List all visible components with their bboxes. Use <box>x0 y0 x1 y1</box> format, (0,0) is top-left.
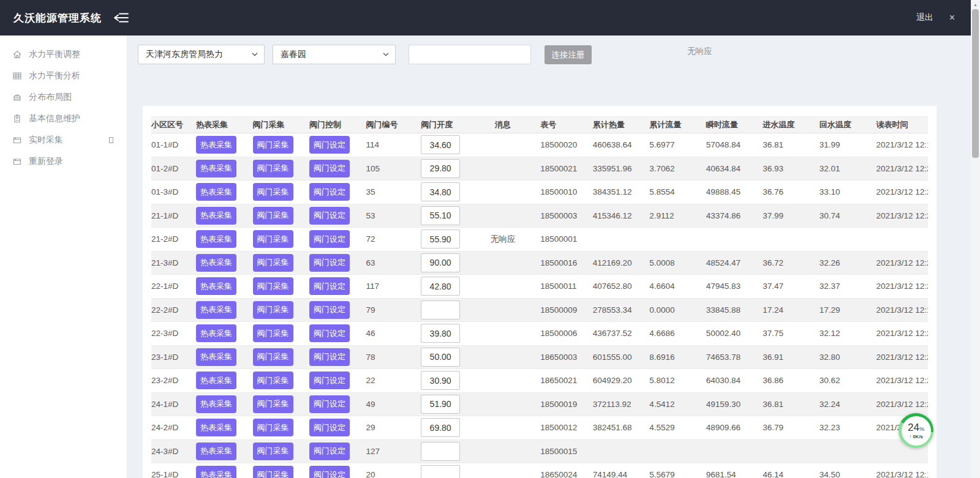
vertical-scrollbar[interactable]: ▲ <box>971 0 980 478</box>
valve-collect-button[interactable]: 阀门采集 <box>253 443 293 460</box>
sidebar-item-realtime-collection[interactable]: 实时采集 <box>0 129 127 151</box>
column-header: 热表采集 <box>191 117 248 133</box>
sidebar-item-relogin[interactable]: 重新登录 <box>0 151 127 172</box>
valve-set-button[interactable]: 阀门设定 <box>309 443 350 460</box>
close-icon[interactable]: × <box>949 13 955 23</box>
valve-set-button[interactable]: 阀门设定 <box>309 136 350 154</box>
scrollbar-up-arrow-icon[interactable]: ▲ <box>971 0 980 9</box>
valve-set-button-cell: 阀门设定 <box>304 345 361 369</box>
company-select[interactable]: 天津河东房管局热力 <box>138 45 265 64</box>
valve-set-button[interactable]: 阀门设定 <box>309 277 350 295</box>
grid-icon <box>12 71 22 81</box>
heat-collect-button[interactable]: 热表采集 <box>196 443 236 460</box>
valve-set-button[interactable]: 阀门设定 <box>309 207 350 225</box>
valve-collect-button[interactable]: 阀门采集 <box>253 372 293 389</box>
download-progress-badge[interactable]: 24% ↑ 0K/s <box>899 413 933 448</box>
connect-register-button[interactable]: 连接注册 <box>545 45 592 64</box>
valve-collect-button-cell: 阀门采集 <box>248 133 305 157</box>
heat-collect-button[interactable]: 热表采集 <box>196 160 236 177</box>
table-row: 24-1#D热表采集阀门采集阀门设定4918500019372113.924.5… <box>151 392 928 416</box>
meter-no-cell: 18500006 <box>531 322 588 346</box>
valve-opening-input[interactable] <box>421 253 460 272</box>
valve-collect-button[interactable]: 阀门采集 <box>253 419 293 436</box>
inst-flow-cell: 48524.47 <box>701 251 758 275</box>
heat-collect-button[interactable]: 热表采集 <box>196 324 236 342</box>
heat-collect-button[interactable]: 热表采集 <box>196 301 236 319</box>
valve-collect-button-cell: 阀门采集 <box>248 345 305 369</box>
valve-opening-input[interactable] <box>421 442 460 461</box>
valve-set-button[interactable]: 阀门设定 <box>309 301 350 319</box>
read-time-cell: 2021/3/12 12:23:09 <box>871 345 928 369</box>
valve-collect-button[interactable]: 阀门采集 <box>253 207 293 225</box>
home-icon <box>12 50 22 59</box>
heat-collect-button[interactable]: 热表采集 <box>196 277 236 295</box>
valve-collect-button[interactable]: 阀门采集 <box>253 395 293 413</box>
valve-collect-button[interactable]: 阀门采集 <box>253 348 293 366</box>
valve-opening-input[interactable] <box>421 159 460 178</box>
heat-collect-button[interactable]: 热表采集 <box>196 395 236 413</box>
total-heat-cell: 601555.00 <box>588 345 645 369</box>
sidebar-item-basic-info-maintenance[interactable]: 基本信息维护 <box>0 108 127 129</box>
heat-collect-button[interactable]: 热表采集 <box>196 136 236 154</box>
valve-opening-cell <box>418 392 475 416</box>
valve-opening-input[interactable] <box>421 395 460 414</box>
inst-flow-cell: 49888.45 <box>701 181 758 204</box>
valve-opening-input[interactable] <box>421 324 460 343</box>
valve-set-button[interactable]: 阀门设定 <box>309 372 350 389</box>
valve-set-button-cell: 阀门设定 <box>304 181 361 204</box>
valve-set-button[interactable]: 阀门设定 <box>309 254 350 272</box>
heat-collect-button[interactable]: 热表采集 <box>196 207 236 225</box>
sidebar-item-distribution-layout[interactable]: 分布布局图 <box>0 86 127 108</box>
heat-collect-button[interactable]: 热表采集 <box>196 230 236 248</box>
valve-opening-input[interactable] <box>421 230 460 248</box>
meter-id-input[interactable] <box>409 45 531 64</box>
return-temp-cell: 33.10 <box>815 181 872 204</box>
valve-opening-input[interactable] <box>421 206 460 225</box>
valve-opening-input[interactable] <box>421 348 460 367</box>
valve-collect-button[interactable]: 阀门采集 <box>253 466 293 478</box>
valve-opening-input[interactable] <box>421 135 460 154</box>
inst-flow-cell: 40634.84 <box>701 157 758 181</box>
heat-collect-button[interactable]: 热表采集 <box>196 372 236 389</box>
valve-collect-button[interactable]: 阀门采集 <box>253 230 293 248</box>
sidebar-collapse-icon[interactable] <box>111 11 130 24</box>
valve-opening-input[interactable] <box>421 277 460 296</box>
table-row: 01-2#D热表采集阀门采集阀门设定10518500021335951.963.… <box>151 157 928 181</box>
valve-opening-input[interactable] <box>421 301 460 319</box>
heat-collect-button[interactable]: 热表采集 <box>196 419 236 436</box>
heat-collect-button[interactable]: 热表采集 <box>196 348 236 366</box>
valve-collect-button-cell: 阀门采集 <box>248 204 305 228</box>
sidebar-item-hydraulic-balance-adjust[interactable]: 水力平衡调整 <box>0 43 127 65</box>
meter-no-cell: 18500012 <box>531 416 588 440</box>
valve-set-button[interactable]: 阀门设定 <box>309 348 350 366</box>
community-select[interactable]: 嘉春园 <box>273 45 396 64</box>
heat-collect-button[interactable]: 热表采集 <box>196 183 236 201</box>
valve-collect-button[interactable]: 阀门采集 <box>253 254 293 272</box>
scrollbar-thumb[interactable] <box>972 9 979 158</box>
valve-collect-button[interactable]: 阀门采集 <box>253 160 293 177</box>
valve-no-cell: 72 <box>361 228 418 252</box>
valve-set-button[interactable]: 阀门设定 <box>309 324 350 342</box>
heat-collect-button[interactable]: 热表采集 <box>196 254 236 272</box>
valve-opening-input[interactable] <box>421 182 460 201</box>
valve-set-button[interactable]: 阀门设定 <box>309 183 350 201</box>
valve-opening-input[interactable] <box>421 371 460 390</box>
valve-collect-button[interactable]: 阀门采集 <box>253 136 293 154</box>
valve-collect-button[interactable]: 阀门采集 <box>253 183 293 201</box>
valve-set-button[interactable]: 阀门设定 <box>309 395 350 413</box>
valve-set-button[interactable]: 阀门设定 <box>309 419 350 436</box>
valve-opening-input[interactable] <box>421 465 460 478</box>
valve-set-button[interactable]: 阀门设定 <box>309 230 350 248</box>
zone-cell: 25-1#D <box>151 463 191 478</box>
total-heat-cell: 415346.12 <box>588 204 645 228</box>
valve-collect-button[interactable]: 阀门采集 <box>253 324 293 342</box>
valve-set-button[interactable]: 阀门设定 <box>309 466 350 478</box>
sidebar-item-hydraulic-balance-analysis[interactable]: 水力平衡分析 <box>0 65 127 86</box>
valve-collect-button[interactable]: 阀门采集 <box>253 277 293 295</box>
valve-collect-button[interactable]: 阀门采集 <box>253 301 293 319</box>
supply-temp-cell: 36.86 <box>758 369 815 393</box>
valve-opening-input[interactable] <box>421 418 460 437</box>
valve-set-button[interactable]: 阀门设定 <box>309 160 350 177</box>
heat-collect-button[interactable]: 热表采集 <box>196 466 236 478</box>
logout-button[interactable]: 退出 <box>916 12 933 23</box>
